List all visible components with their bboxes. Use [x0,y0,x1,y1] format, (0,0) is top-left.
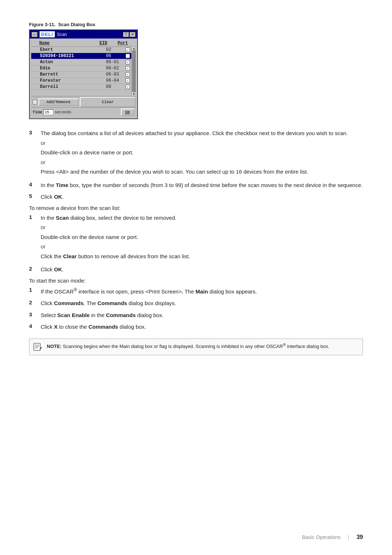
close-button[interactable]: ✕ [130,32,135,37]
step-5-content: Click OK. [41,193,64,201]
device-name: Barrett [39,72,106,77]
scan-step-1-content: If the OSCAR® interface is not open, pre… [41,287,257,296]
device-checkbox[interactable] [124,72,131,77]
device-eid: 06-04 [106,78,124,83]
step-3-sub2: Press <Alt> and the number of the device… [41,168,348,176]
checkbox-icon[interactable] [126,48,130,52]
device-row[interactable]: Edie 06-02 [31,65,131,72]
step-4: 4 In the Time box, type the number of se… [29,181,363,190]
ok-button[interactable]: OK [121,109,134,116]
device-name: Ebert [39,47,106,52]
scan-step-3-num: 3 [29,311,35,320]
footer-section: Basic Operations [302,534,341,540]
step-3-main: The dialog box contains a list of all de… [41,129,348,138]
titlebar-buttons: ? ✕ [123,32,135,37]
remove-step-1-num: 1 [29,214,35,262]
titlebar-left: — DELl Scan [32,31,67,37]
scrollbar[interactable]: ▲ ▼ [131,47,136,96]
device-name: 520394-100221 [39,53,106,58]
scan-step-4: 4 Click X to close the Commands dialog b… [29,323,363,331]
page-footer: Basic Operations | 39 [302,534,363,540]
scroll-thumb[interactable] [132,50,136,92]
scan-step-4-num: 4 [29,323,35,331]
remove-step-1-sub2: Click the Clear button to remove all dev… [41,252,190,261]
scan-intro: To start the scan mode: [29,278,363,284]
remove-step-1-content: In the Scan dialog box, select the devic… [41,214,190,262]
note-box: NOTE: Scanning begins when the Main dial… [29,339,363,355]
select-all-checkbox[interactable] [33,100,37,104]
device-name: Acton [39,60,106,65]
footer-divider: | [348,534,350,540]
step-4-content: In the Time box, type the number of seco… [41,181,363,190]
remove-step-2: 2 Click OK. [29,266,363,274]
column-headers: Name EID Port [31,40,136,47]
device-row[interactable]: Barrett 06-03 [31,72,131,78]
remove-step-2-content: Click OK. [41,266,64,274]
time-input[interactable] [43,109,53,115]
footer-inner: Basic Operations | 39 [302,534,363,540]
scan-step-3-content: Select Scan Enable in the Commands dialo… [41,311,164,320]
scroll-down-arrow[interactable]: ▼ [132,92,136,96]
device-row[interactable]: Darrell 08 [31,84,131,90]
col-name-header: Name [39,41,99,46]
scroll-up-arrow[interactable]: ▲ [132,47,136,50]
remove-step-2-num: 2 [29,266,35,274]
checkbox-icon[interactable] [126,60,130,64]
step-5-num: 5 [29,193,35,201]
dialog-action-row: Add/Remove Clear [31,97,136,107]
dialog-footer: Time seconds OK [31,107,136,117]
checkbox-icon[interactable] [126,66,130,70]
dialog-titlebar: — DELl Scan ? ✕ [30,30,137,39]
step-3-content: The dialog box contains a list of all de… [41,129,348,178]
scan-step-1-num: 1 [29,287,35,296]
scan-dialog: — DELl Scan ? ✕ Name EID Port [29,29,138,119]
step-5: 5 Click OK. [29,193,363,201]
checkbox-icon[interactable] [126,72,130,77]
device-list-area: Ebert 02 520394-100221 06 Acton [31,47,136,96]
device-row[interactable]: Acton 06-01 [31,59,131,65]
device-eid: 02 [106,47,124,52]
add-remove-button[interactable]: Add/Remove [38,98,78,106]
minimize-button[interactable]: — [32,32,37,37]
scan-step-1: 1 If the OSCAR® interface is not open, p… [29,287,363,296]
note-icon [33,342,43,352]
device-row[interactable]: Ebert 02 [31,47,131,53]
checkbox-icon[interactable] [126,54,130,58]
remove-step-1-sub1: Double-click on the device name or port. [41,233,190,242]
device-checkbox[interactable] [124,48,131,52]
help-button[interactable]: ? [123,32,129,37]
note-label: NOTE: [47,344,61,349]
remove-step-1-or1: or [41,223,190,232]
device-name: Forester [39,78,106,83]
device-checkbox[interactable] [124,85,131,89]
device-row[interactable]: Forester 06-04 [31,78,131,84]
dell-logo: DELl [40,31,55,37]
empty-row [31,90,131,96]
clear-button[interactable]: Clear [80,97,136,107]
device-name: Darrell [39,84,106,89]
device-checkbox[interactable] [124,60,131,64]
step-3: 3 The dialog box contains a list of all … [29,129,363,178]
scan-step-2-num: 2 [29,299,35,308]
figure-label: Figure 3-11. Scan Dialog Box [29,22,363,27]
device-row[interactable]: 520394-100221 06 [31,53,131,59]
step-3-or1: or [41,139,348,147]
remove-step-1: 1 In the Scan dialog box, select the dev… [29,214,363,262]
device-eid: 08 [106,84,124,89]
device-checkbox[interactable] [124,66,131,70]
dialog-body: Name EID Port Ebert 02 [30,39,137,118]
device-checkbox[interactable] [124,54,131,58]
step-4-num: 4 [29,181,35,190]
dialog-title: Scan [57,32,67,37]
scan-step-3: 3 Select Scan Enable in the Commands dia… [29,311,363,320]
remove-step-1-or2: or [41,243,190,251]
remove-step-1-main: In the Scan dialog box, select the devic… [41,214,190,222]
step-3-sub1: Double-click on a device name or port. [41,149,348,157]
checkbox-addremove-area: Add/Remove [31,97,80,107]
checkbox-icon[interactable] [126,85,130,89]
step-3-num: 3 [29,129,35,178]
note-text: NOTE: Scanning begins when the Main dial… [47,342,329,350]
checkbox-icon[interactable] [126,78,130,83]
seconds-label: seconds [54,110,71,114]
device-checkbox[interactable] [124,78,131,83]
